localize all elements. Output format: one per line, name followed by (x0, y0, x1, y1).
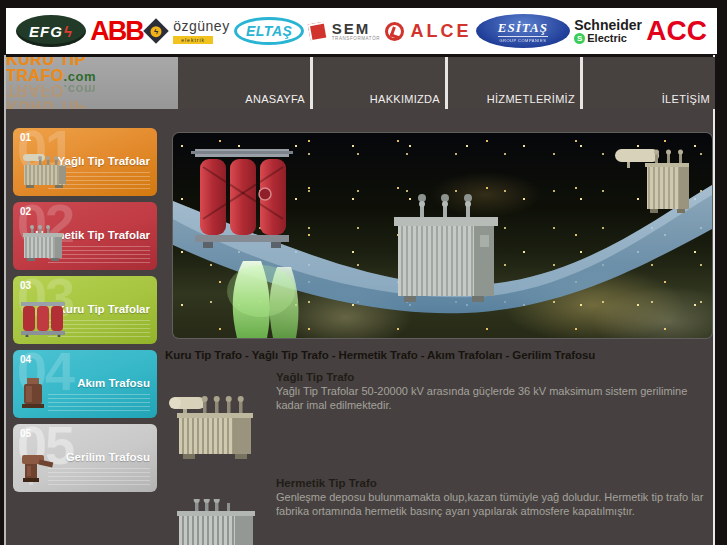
logo-sem: SEM TRANSFORMATÖR (309, 21, 380, 42)
logo-esitas: ESİTAŞ GROUP COMPANIES (476, 14, 570, 48)
sem-subtext: TRANSFORMATÖR (332, 37, 380, 42)
page-body: 01 01 Yağlı Tip Trafolar 02 02 Hermetik … (6, 109, 713, 545)
main-content: Yağlı Tip Trafo Yağlı Tip Trafolar 50-20… (169, 367, 709, 545)
sidebar-item-kuru-tip-trafolar[interactable]: 03 03 Kuru Tip Trafolar (13, 276, 157, 344)
nav-item-label: İLETİŞİM (662, 93, 710, 105)
section-body: Yağlı Tip Trafolar 50-20000 kV arasında … (276, 384, 708, 413)
sidebar-item-yagli-tip-trafolar[interactable]: 01 01 Yağlı Tip Trafolar (13, 128, 157, 196)
site-logo[interactable]: KURU TİP TRAFO.com KURU TİP TRAFO.com (6, 57, 178, 109)
dry-type-transformer-icon (19, 301, 69, 341)
nav-menu: ANASAYFA HAKKIMIZDA HİZMETLERİMİZ İLETİŞ… (178, 57, 715, 109)
ozguney-subtext: elektrik (173, 36, 213, 44)
acc-text: ACC (646, 15, 707, 47)
ozguney-diamond-icon: ϟ (143, 18, 168, 43)
card-title: Yağlı Tip Trafolar (58, 155, 150, 167)
card-fineprint-lines (48, 394, 150, 414)
nav-item-label: HAKKIMIZDA (370, 93, 440, 105)
main-nav: KURU TİP TRAFO.com KURU TİP TRAFO.com AN… (6, 57, 715, 109)
nav-item-label: ANASAYFA (245, 93, 305, 105)
nav-item-anasayfa[interactable]: ANASAYFA (178, 57, 310, 109)
card-fineprint-lines (48, 468, 150, 488)
logo-abb: ABB (90, 16, 143, 47)
card-number: 04 (20, 354, 31, 365)
logo-eltas: ELTAŞ (234, 17, 304, 45)
sidebar-item-akim-trafosu[interactable]: 04 04 Akım Trafosu (13, 350, 157, 418)
site-logo-reflection: KURU TİP TRAFO.com (6, 82, 178, 109)
site-logo-text: KURU TİP TRAFO.com (6, 57, 178, 84)
right-frame-line (713, 55, 715, 545)
alce-circle-icon (385, 22, 404, 41)
schneider-text-block: Schneider S Electric (574, 18, 642, 44)
section-title: Yağlı Tip Trafo (276, 371, 709, 383)
sidebar-item-hermetik-tip-trafolar[interactable]: 02 02 Hermetik Tip Trafolar (13, 202, 157, 270)
section-hermetik-tip-trafo: Hermetik Tip Trafo Genleşme deposu bulun… (169, 473, 709, 545)
schneider-electric-row: S Electric (574, 33, 642, 45)
current-transformer-icon (19, 377, 49, 415)
schneider-text: Schneider (574, 18, 642, 33)
section-title: Hermetik Tip Trafo (276, 477, 709, 489)
voltage-transformer-icon (19, 451, 63, 489)
esitas-text: ESİTAŞ (498, 20, 548, 37)
schneider-leaf-icon: S (574, 33, 585, 44)
ozguney-text: özgüney (173, 18, 229, 34)
efg-text: EFG (29, 23, 63, 40)
hero-illustration (173, 133, 712, 338)
abb-text: ABB (90, 16, 143, 47)
logo-efg: EFG ϟ (16, 15, 86, 47)
logo-alce: ALCE (385, 21, 472, 42)
oil-transformer-icon (19, 153, 71, 193)
logo-schneider: Schneider S Electric (574, 18, 642, 44)
card-title: Gerilim Trafosu (66, 451, 150, 463)
section-body: Genleşme deposu bulunmamakta olup,kazan … (276, 490, 708, 519)
page-headline: Kuru Tip Trafo - Yağlı Tip Trafo - Herme… (165, 349, 710, 361)
nav-item-label: HİZMETLERİMİZ (487, 93, 575, 105)
logo-acc: ACC (646, 15, 707, 47)
oil-transformer-photo (169, 367, 276, 467)
esitas-oval-icon: ESİTAŞ GROUP COMPANIES (476, 14, 570, 48)
efg-oval-icon: EFG ϟ (16, 15, 86, 47)
hero-image (173, 133, 712, 338)
logo-ozguney: ϟ özgüney elektrik (147, 18, 229, 44)
hermetic-transformer-icon (19, 225, 69, 267)
card-title: Kuru Tip Trafolar (58, 303, 150, 315)
sem-text: SEM (332, 21, 380, 36)
card-number: 02 (20, 206, 31, 217)
card-number: 03 (20, 280, 31, 291)
sem-text-block: SEM TRANSFORMATÖR (332, 21, 380, 42)
section-text: Yağlı Tip Trafo Yağlı Tip Trafolar 50-20… (276, 367, 709, 467)
nav-item-hizmetlerimiz[interactable]: HİZMETLERİMİZ (445, 57, 580, 109)
eltas-text: ELTAŞ (234, 17, 304, 45)
ozguney-text-block: özgüney elektrik (173, 18, 229, 44)
ozguney-bolt-icon: ϟ (151, 26, 162, 37)
sem-square-icon (307, 22, 326, 41)
section-text: Hermetik Tip Trafo Genleşme deposu bulun… (276, 473, 709, 545)
card-number: 05 (20, 428, 31, 439)
nav-item-iletisim[interactable]: İLETİŞİM (580, 57, 715, 109)
esitas-subtext: GROUP COMPANIES (499, 38, 546, 43)
schneider-subtext: Electric (587, 33, 627, 45)
nav-item-hakkimizda[interactable]: HAKKIMIZDA (310, 57, 445, 109)
efg-bolt-icon: ϟ (64, 23, 73, 40)
hermetic-transformer-photo (169, 473, 276, 545)
alce-text: ALCE (411, 21, 472, 42)
section-yagli-tip-trafo: Yağlı Tip Trafo Yağlı Tip Trafolar 50-20… (169, 367, 709, 467)
brand-bar: EFG ϟ ABB ϟ özgüney elektrik ELTAŞ SEM T… (6, 8, 717, 54)
card-number: 01 (20, 132, 31, 143)
sidebar-item-gerilim-trafosu[interactable]: 05 05 Gerilim Trafosu (13, 424, 157, 492)
card-title: Akım Trafosu (77, 377, 150, 389)
